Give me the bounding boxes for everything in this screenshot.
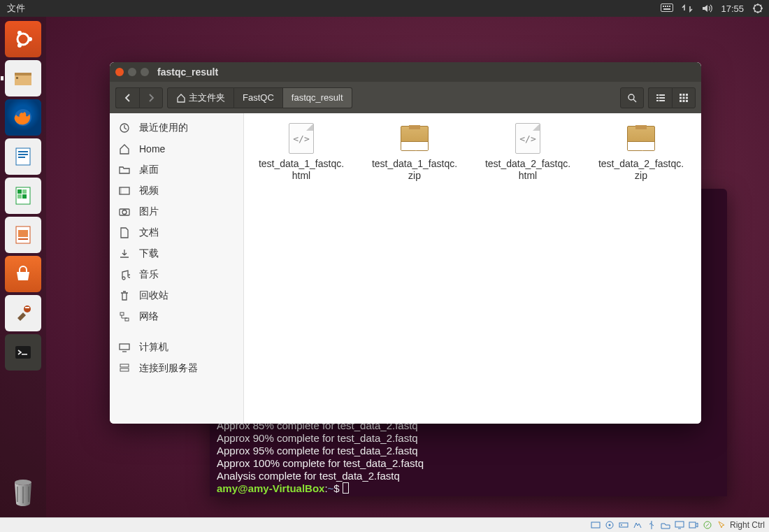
svg-rect-39 bbox=[680, 94, 682, 96]
file-item[interactable]: </>test_data_2_fastqc. html bbox=[475, 122, 581, 182]
launcher-firefox-icon[interactable] bbox=[5, 99, 41, 136]
vm-optical-icon[interactable] bbox=[604, 519, 615, 531]
html-file-icon: </> bbox=[515, 123, 540, 154]
svg-rect-36 bbox=[659, 97, 665, 99]
svg-rect-34 bbox=[659, 94, 665, 96]
trash-icon bbox=[118, 290, 131, 301]
list-view-icon bbox=[656, 93, 666, 103]
view-list-button[interactable] bbox=[648, 87, 672, 108]
vm-record-icon[interactable] bbox=[688, 519, 699, 531]
launcher-calc-icon[interactable] bbox=[5, 178, 41, 214]
clock[interactable]: 17:55 bbox=[721, 3, 744, 14]
launcher-software-icon[interactable] bbox=[5, 256, 41, 292]
vm-mouse-icon[interactable] bbox=[716, 519, 727, 531]
svg-rect-21 bbox=[22, 189, 27, 194]
network-icon bbox=[118, 311, 131, 322]
global-menubar: 文件 17:55 bbox=[0, 0, 769, 17]
svg-rect-37 bbox=[656, 100, 659, 101]
svg-rect-25 bbox=[18, 230, 28, 237]
file-item[interactable]: ziptest_data_1_fastqc. zip bbox=[361, 122, 468, 182]
svg-rect-35 bbox=[656, 97, 659, 99]
file-label: test_data_2_fastqc. html bbox=[485, 158, 570, 182]
sidebar-item-documents[interactable]: 文档 bbox=[110, 222, 243, 243]
svg-rect-54 bbox=[125, 318, 129, 321]
window-close-button[interactable] bbox=[115, 68, 124, 76]
svg-point-9 bbox=[17, 31, 22, 35]
launcher-impress-icon[interactable] bbox=[5, 217, 41, 253]
vm-cpu-icon[interactable] bbox=[702, 519, 713, 531]
view-grid-button[interactable] bbox=[672, 87, 696, 108]
launcher-files-icon[interactable] bbox=[5, 60, 41, 96]
path-segment-result[interactable]: fastqc_result bbox=[283, 87, 352, 108]
svg-rect-11 bbox=[15, 73, 31, 76]
sidebar-item-home[interactable]: Home bbox=[110, 138, 243, 159]
path-segment-fastqc[interactable]: FastQC bbox=[234, 87, 283, 108]
grid-view-icon bbox=[679, 93, 689, 103]
svg-rect-44 bbox=[686, 96, 688, 99]
launcher-dash-icon[interactable] bbox=[5, 21, 41, 57]
window-minimize-button[interactable] bbox=[128, 68, 136, 76]
nav-forward-button[interactable] bbox=[139, 87, 163, 108]
svg-point-62 bbox=[621, 524, 622, 526]
sidebar-item-pictures[interactable]: 图片 bbox=[110, 201, 243, 222]
svg-rect-20 bbox=[17, 189, 22, 194]
svg-rect-0 bbox=[661, 4, 673, 12]
server-icon bbox=[118, 363, 131, 374]
sidebar-item-computer[interactable]: 计算机 bbox=[110, 337, 243, 358]
unity-launcher bbox=[0, 17, 46, 517]
path-segment-home[interactable]: 主文件夹 bbox=[167, 87, 234, 108]
launcher-trash-icon[interactable] bbox=[5, 474, 41, 510]
keyboard-indicator-icon[interactable] bbox=[661, 3, 673, 13]
svg-rect-13 bbox=[16, 77, 18, 79]
svg-rect-64 bbox=[689, 522, 696, 528]
files-window: fastqc_result 主文件夹 FastQC fastqc_result bbox=[110, 62, 701, 424]
files-sidebar: 最近使用的 Home 桌面 视频 图片 文档 下载 音乐 回收站 网络 计算机 … bbox=[110, 113, 244, 424]
launcher-settings-icon[interactable] bbox=[5, 295, 41, 331]
sidebar-item-desktop[interactable]: 桌面 bbox=[110, 159, 243, 180]
vm-display-icon[interactable] bbox=[674, 519, 685, 531]
session-indicator-icon[interactable] bbox=[752, 3, 763, 14]
document-icon bbox=[118, 227, 131, 238]
launcher-writer-icon[interactable] bbox=[5, 138, 41, 175]
svg-rect-22 bbox=[17, 194, 22, 199]
window-title: fastqc_result bbox=[157, 66, 218, 78]
clock-icon bbox=[118, 122, 131, 134]
sidebar-item-trash[interactable]: 回收站 bbox=[110, 285, 243, 306]
home-icon bbox=[118, 143, 131, 154]
svg-rect-53 bbox=[120, 312, 124, 315]
sound-indicator-icon[interactable] bbox=[701, 3, 712, 13]
window-maximize-button[interactable] bbox=[141, 68, 149, 76]
vm-shared-icon[interactable] bbox=[660, 519, 671, 531]
file-item[interactable]: ziptest_data_2_fastqc. zip bbox=[588, 122, 694, 182]
vm-hdd-icon[interactable] bbox=[618, 519, 629, 531]
search-button[interactable] bbox=[620, 87, 644, 108]
launcher-terminal-icon[interactable] bbox=[5, 334, 41, 371]
nav-back-button[interactable] bbox=[115, 87, 139, 108]
sidebar-item-music[interactable]: 音乐 bbox=[110, 264, 243, 285]
html-file-icon: </> bbox=[289, 123, 314, 154]
network-indicator-icon[interactable] bbox=[682, 3, 693, 13]
file-item[interactable]: </>test_data_1_fastqc. html bbox=[248, 122, 354, 182]
sidebar-item-downloads[interactable]: 下载 bbox=[110, 243, 243, 264]
sidebar-item-network[interactable]: 网络 bbox=[110, 306, 243, 327]
sidebar-item-recent[interactable]: 最近使用的 bbox=[110, 117, 243, 138]
sidebar-item-videos[interactable]: 视频 bbox=[110, 180, 243, 201]
menubar-app-label[interactable]: 文件 bbox=[0, 2, 25, 15]
vm-usb-icon[interactable] bbox=[646, 519, 657, 531]
sidebar-item-connect[interactable]: 连接到服务器 bbox=[110, 358, 243, 379]
vm-disk-icon[interactable] bbox=[590, 519, 601, 531]
home-icon bbox=[176, 93, 186, 103]
svg-point-32 bbox=[628, 94, 634, 100]
vm-net-icon[interactable] bbox=[632, 519, 643, 531]
svg-rect-40 bbox=[683, 94, 685, 96]
files-titlebar[interactable]: fastqc_result bbox=[110, 62, 701, 82]
svg-rect-33 bbox=[656, 94, 659, 96]
svg-point-8 bbox=[28, 37, 32, 41]
svg-point-60 bbox=[608, 524, 610, 526]
svg-rect-50 bbox=[120, 187, 122, 194]
svg-rect-30 bbox=[22, 354, 27, 355]
files-icon-view[interactable]: </>test_data_1_fastqc. htmlziptest_data_… bbox=[244, 113, 701, 424]
video-icon bbox=[118, 185, 131, 196]
svg-rect-3 bbox=[667, 6, 668, 7]
svg-rect-29 bbox=[15, 346, 31, 359]
